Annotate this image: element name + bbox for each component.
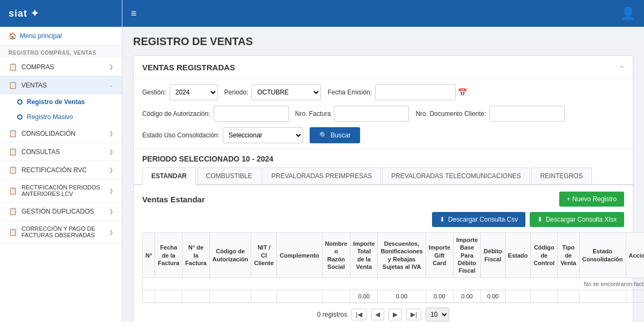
pag-next-button[interactable]: ▶ <box>389 309 402 320</box>
periodo-label: Periodo: <box>224 89 248 96</box>
chevron-compras: ❯ <box>109 64 113 70</box>
col-debito-fiscal: Débito Fiscal <box>481 233 505 278</box>
form-row-2: Código de Autorización: Nro. Factura Nro… <box>134 104 633 125</box>
periodo-select[interactable]: OCTUBREENEROFEBREROMARZOABRILMAYOJUNIOJU… <box>251 84 321 100</box>
user-icon[interactable]: 👤 <box>621 6 635 20</box>
estado-uso-select[interactable]: Seleccionar <box>223 127 303 143</box>
total-fecha <box>155 290 182 303</box>
total-estado <box>505 290 531 303</box>
pag-last-button[interactable]: ▶| <box>406 309 421 320</box>
circle-icon-registro-masivo <box>17 114 23 120</box>
col-acciones: Acciones <box>626 233 644 278</box>
sidebar-item-gestion-duplicados[interactable]: 📋 GESTIÓN DUPLICADOS ❯ <box>0 202 122 221</box>
chevron-rectificacion-rvc: ❯ <box>109 167 113 173</box>
sidebar-header: siat ✦ <box>0 0 122 27</box>
page-title: REGISTRO DE VENTAS <box>133 35 633 48</box>
total-codigo-control <box>531 290 558 303</box>
sidebar-item-consultas[interactable]: 📋 CONSULTAS ❯ <box>0 143 122 161</box>
correccion-pago-icon: 📋 <box>9 228 17 236</box>
hamburger-button[interactable]: ≡ <box>131 8 137 19</box>
card-collapse-button[interactable]: − <box>619 62 624 72</box>
col-tipo-venta: Tipo de Venta <box>558 233 579 278</box>
per-page-select[interactable]: 102550 <box>426 308 449 321</box>
search-button[interactable]: 🔍 Buscar <box>310 127 360 143</box>
total-importe-base: 0.00 <box>453 290 481 303</box>
sidebar-item-correccion-pago[interactable]: 📋 CORRECCIÓN Y PAGO DE FACTURAS OBSERVAD… <box>0 221 122 244</box>
total-debito: 0.00 <box>481 290 505 303</box>
nro-factura-input[interactable] <box>334 106 409 122</box>
records-count: 0 registros <box>317 311 347 318</box>
gestion-select[interactable]: 202420232022 <box>170 84 218 100</box>
consolidacion-icon: 📋 <box>9 129 17 137</box>
tab-reintegros[interactable]: REINTEGROS <box>531 167 592 184</box>
chevron-rectificacion-periodos: ❯ <box>109 188 113 194</box>
tabs-container: ESTANDAR COMBUSTIBLE PREVALORADAS PREIMP… <box>134 167 633 185</box>
compras-icon: 📋 <box>9 63 17 71</box>
nro-factura-group: Nro. Factura <box>295 106 409 122</box>
new-registro-button[interactable]: + Nuevo Registro <box>559 192 624 207</box>
total-codigo-auth <box>209 290 251 303</box>
gestion-label: Gestión: <box>142 89 166 96</box>
col-importe-total: Importe Total de la Venta <box>350 233 378 278</box>
tab-prevaloradas-telecomunicaciones[interactable]: PREVALORADAS TELECOMUNICACIONES <box>382 167 530 184</box>
sidebar-item-rectificacion-rvc[interactable]: 📋 RECTIFICACIÓN RVC ❯ <box>0 161 122 179</box>
circle-icon-registro-ventas <box>17 99 23 105</box>
col-nro-factura: N° de la Factura <box>182 233 210 278</box>
card-title: VENTAS REGISTRADAS <box>142 63 235 72</box>
chevron-ventas: ⌄ <box>109 82 113 88</box>
download-row: ⬇ Descargar Consulta Csv ⬇ Descargar Con… <box>142 212 624 227</box>
col-estado-consolidacion: Estado Consolidación <box>579 233 626 278</box>
ventas-registradas-card: VENTAS REGISTRADAS − Gestión: 2024202320… <box>133 55 633 322</box>
sidebar-item-rectificacion-periodos[interactable]: 📋 RECTIFICACIÓN PERIODOS ANTERIORES LCV … <box>0 179 122 202</box>
total-nit <box>251 290 277 303</box>
pag-first-button[interactable]: |◀ <box>352 309 367 320</box>
rectificacion-rvc-icon: 📋 <box>9 166 17 174</box>
col-estado: Estado <box>505 233 531 278</box>
sidebar-item-compras[interactable]: 📋 COMPRAS ❯ <box>0 58 122 76</box>
tab-prevaloradas-preimpresas[interactable]: PREVALORADAS PREIMPRESAS <box>262 167 381 184</box>
nro-doc-cliente-label: Nro. Documento Cliente: <box>415 110 486 118</box>
total-nro <box>143 290 155 303</box>
download-csv-button[interactable]: ⬇ Descargar Consulta Csv <box>432 212 525 227</box>
col-codigo-control: Código de Control <box>531 233 558 278</box>
sidebar-sub-item-registro-masivo[interactable]: Registro Masivo <box>0 109 122 125</box>
total-nombre <box>322 290 350 303</box>
col-nro: N° <box>143 233 155 278</box>
download-xlsx-button[interactable]: ⬇ Descargar Consulta Xlsx <box>530 212 624 227</box>
sidebar-item-consolidacion[interactable]: 📋 CONSOLIDACIÓN ❯ <box>0 125 122 143</box>
gestion-group: Gestión: 202420232022 <box>142 84 218 100</box>
download-xlsx-icon: ⬇ <box>537 216 543 223</box>
ventas-table: N° Fecha de la Factura N° de la Factura … <box>142 232 644 303</box>
sidebar-menu-principal[interactable]: 🏠 Menú principal <box>0 27 122 46</box>
total-consolidacion <box>579 290 626 303</box>
table-section: Ventas Estandar + Nuevo Registro ⬇ Desca… <box>134 185 633 322</box>
search-icon: 🔍 <box>319 131 327 139</box>
form-row-1: Gestión: 202420232022 Periodo: OCTUBREEN… <box>134 79 633 104</box>
topbar: ≡ 👤 <box>122 0 644 27</box>
calendar-icon[interactable]: 📅 <box>458 88 467 97</box>
pag-prev-button[interactable]: ◀ <box>371 309 384 320</box>
total-tipo-venta <box>558 290 579 303</box>
nro-doc-cliente-input[interactable] <box>489 106 565 122</box>
tab-combustible[interactable]: COMBUSTIBLE <box>197 167 261 184</box>
chevron-correccion-pago: ❯ <box>109 229 113 235</box>
total-gift-card: 0.00 <box>426 290 453 303</box>
no-records-message: No se encontraron facturas <box>143 278 645 290</box>
period-label: PERIODO SELECCIONADO 10 - 2024 <box>134 149 633 167</box>
fecha-emision-input[interactable] <box>375 84 456 100</box>
fecha-emision-label: Fecha Emisión: <box>327 89 372 96</box>
total-descuentos: 0.00 <box>378 290 426 303</box>
estado-uso-label: Estado Uso Consolidación: <box>142 131 219 139</box>
periodo-group: Periodo: OCTUBREENEROFEBREROMARZOABRILMA… <box>224 84 321 100</box>
col-gift-card: Importe Gift Card <box>426 233 453 278</box>
sidebar-item-ventas[interactable]: 📋 VENTAS ⌄ <box>0 76 122 94</box>
codigo-auth-input[interactable] <box>214 106 289 122</box>
col-nombre: Nombre o Razón Social <box>322 233 350 278</box>
sidebar-sub-item-registro-ventas[interactable]: Registro de Ventas <box>0 94 122 109</box>
tab-estandar[interactable]: ESTANDAR <box>142 167 196 185</box>
col-complemento: Complemento <box>277 233 322 278</box>
totals-row: 0.00 0.00 0.00 0.00 0.00 <box>143 290 645 303</box>
total-nro-factura <box>182 290 210 303</box>
consultas-icon: 📋 <box>9 148 17 156</box>
col-descuentos: Descuentos, Bonificaciones y Rebajas Suj… <box>378 233 426 278</box>
